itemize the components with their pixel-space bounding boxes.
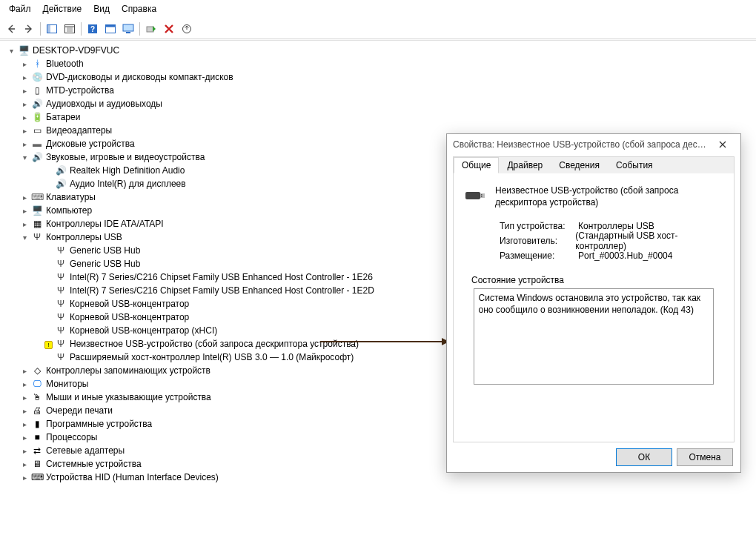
warning-icon: ! bbox=[44, 341, 53, 349]
bluetooth-icon: ᚼ bbox=[31, 58, 43, 70]
svg-rect-17 bbox=[481, 194, 483, 196]
toolbar-back-button[interactable] bbox=[3, 21, 19, 37]
ok-button[interactable]: ОК bbox=[616, 448, 672, 466]
arrow-right-icon bbox=[24, 24, 34, 34]
toolbar-uninstall-button[interactable] bbox=[161, 21, 177, 37]
tree-item-dvd[interactable]: ▸ 💿 DVD-дисководы и дисководы компакт-ди… bbox=[0, 70, 756, 84]
chevron-right-icon[interactable]: ▸ bbox=[19, 72, 30, 82]
chevron-right-icon[interactable]: ▸ bbox=[19, 219, 30, 229]
chevron-right-icon[interactable]: ▸ bbox=[19, 205, 30, 216]
svg-rect-12 bbox=[126, 32, 130, 33]
usb-device-icon: Ψ bbox=[55, 271, 67, 283]
toolbar-help-button[interactable]: ? bbox=[84, 21, 101, 37]
menu-file[interactable]: Файл bbox=[3, 2, 37, 16]
tab-content-general: Неизвестное USB-устройство (сбой запроса… bbox=[454, 173, 734, 442]
disk-icon: ▬ bbox=[31, 138, 43, 150]
chevron-down-icon[interactable]: ▾ bbox=[19, 152, 30, 162]
chevron-right-icon[interactable]: ▸ bbox=[19, 85, 30, 96]
toolbar-update-driver-button[interactable] bbox=[179, 21, 195, 37]
software-device-icon: ▮ bbox=[31, 418, 43, 430]
toolbar-properties-button[interactable] bbox=[62, 21, 78, 37]
cpu-icon: ■ bbox=[31, 431, 43, 443]
value-device-type: Контроллеры USB bbox=[578, 221, 654, 231]
chevron-right-icon[interactable]: ▸ bbox=[19, 139, 30, 149]
tree-item-bluetooth[interactable]: ▸ ᚼ Bluetooth bbox=[0, 57, 756, 70]
battery-icon: 🔋 bbox=[31, 111, 43, 123]
toolbar-divider bbox=[81, 22, 82, 36]
chevron-right-icon[interactable]: ▸ bbox=[19, 99, 30, 109]
dialog-title: Свойства: Неизвестное USB-устройство (сб… bbox=[453, 139, 709, 150]
svg-text:?: ? bbox=[90, 25, 95, 33]
tab-strip: Общие Драйвер Сведения События bbox=[454, 157, 734, 174]
properties-icon bbox=[64, 24, 75, 33]
dialog-body: Общие Драйвер Сведения События Неизвестн… bbox=[453, 156, 735, 442]
toolbar-window-button[interactable] bbox=[102, 21, 119, 37]
device-properties-dialog: Свойства: Неизвестное USB-устройство (сб… bbox=[446, 133, 741, 473]
device-title: Неизвестное USB-устройство (сбой запроса… bbox=[495, 184, 723, 208]
chevron-right-icon[interactable]: ▸ bbox=[19, 472, 30, 482]
tab-events[interactable]: События bbox=[608, 157, 661, 173]
storage-controller-icon: ◇ bbox=[31, 365, 43, 376]
tree-item-audio-io[interactable]: ▸ 🔊 Аудиовходы и аудиовыходы bbox=[0, 97, 756, 110]
dvd-icon: 💿 bbox=[31, 71, 43, 83]
svg-rect-11 bbox=[123, 24, 133, 31]
chevron-right-icon[interactable]: ▸ bbox=[19, 112, 30, 122]
close-icon bbox=[719, 141, 726, 148]
label-manufacturer: Изготовитель: bbox=[500, 236, 575, 246]
toolbar-enable-button[interactable] bbox=[143, 21, 159, 37]
usb-device-icon: Ψ bbox=[55, 311, 67, 323]
toolbar-forward-button[interactable] bbox=[21, 21, 37, 37]
help-icon: ? bbox=[87, 24, 98, 34]
tree-item-batteries[interactable]: ▸ 🔋 Батареи bbox=[0, 110, 756, 124]
usb-icon: Ψ bbox=[31, 231, 43, 243]
mouse-icon: 🖱 bbox=[31, 391, 43, 403]
tab-details[interactable]: Сведения bbox=[551, 157, 608, 173]
chevron-right-icon[interactable]: ▸ bbox=[19, 445, 30, 456]
toolbar: ? bbox=[0, 18, 756, 41]
chevron-down-icon[interactable]: ▾ bbox=[19, 232, 30, 242]
svg-rect-18 bbox=[481, 196, 483, 198]
toolbar-show-hide-button[interactable] bbox=[44, 21, 60, 37]
tree-item-mtd[interactable]: ▸ ▯ MTD-устройства bbox=[0, 84, 756, 97]
system-device-icon: 🖥 bbox=[31, 458, 43, 470]
usb-device-large-icon bbox=[464, 184, 488, 208]
chevron-right-icon[interactable]: ▸ bbox=[19, 59, 30, 69]
dialog-titlebar[interactable]: Свойства: Неизвестное USB-устройство (сб… bbox=[447, 134, 740, 155]
svg-rect-16 bbox=[480, 193, 485, 198]
display-adapter-icon: ▭ bbox=[31, 125, 43, 136]
svg-rect-13 bbox=[147, 27, 153, 32]
label-device-type: Тип устройства: bbox=[500, 221, 578, 231]
label-location: Размещение: bbox=[500, 250, 578, 261]
toolbar-scan-button[interactable] bbox=[120, 21, 136, 37]
svg-rect-10 bbox=[106, 25, 116, 27]
chevron-right-icon[interactable]: ▸ bbox=[19, 419, 30, 429]
menu-action[interactable]: Действие bbox=[37, 2, 88, 16]
chevron-right-icon[interactable]: ▸ bbox=[19, 392, 30, 402]
chevron-right-icon[interactable]: ▸ bbox=[19, 379, 30, 389]
chevron-right-icon[interactable]: ▸ bbox=[19, 405, 30, 416]
chevron-right-icon[interactable]: ▸ bbox=[19, 125, 30, 136]
usb-device-icon: Ψ bbox=[55, 245, 67, 256]
window-icon bbox=[105, 24, 116, 33]
usb-device-icon: Ψ bbox=[55, 351, 67, 363]
svg-rect-2 bbox=[65, 25, 75, 33]
chevron-right-icon[interactable]: ▸ bbox=[19, 192, 30, 202]
dialog-close-button[interactable] bbox=[709, 136, 736, 153]
sound-device-icon: 🔊 bbox=[55, 165, 67, 176]
device-status-textbox[interactable]: Система Windows остановила это устройств… bbox=[474, 288, 714, 385]
usb-device-icon: Ψ bbox=[55, 285, 67, 296]
computer-icon: 🖥️ bbox=[18, 44, 30, 56]
menu-help[interactable]: Справка bbox=[116, 2, 162, 16]
cancel-button[interactable]: Отмена bbox=[677, 448, 733, 466]
chevron-down-icon[interactable]: ▾ bbox=[6, 45, 16, 56]
menu-bar: Файл Действие Вид Справка bbox=[0, 0, 756, 18]
chevron-right-icon[interactable]: ▸ bbox=[19, 432, 30, 442]
chevron-right-icon[interactable]: ▸ bbox=[19, 459, 30, 469]
menu-view[interactable]: Вид bbox=[87, 2, 116, 16]
value-manufacturer: (Стандартный USB хост-контроллер) bbox=[575, 230, 723, 251]
tab-driver[interactable]: Драйвер bbox=[499, 157, 551, 173]
tree-root[interactable]: ▾ 🖥️ DESKTOP-VD9FVUC bbox=[0, 44, 756, 57]
printer-icon: 🖨 bbox=[31, 405, 43, 416]
tab-general[interactable]: Общие bbox=[454, 157, 499, 173]
chevron-right-icon[interactable]: ▸ bbox=[19, 365, 30, 376]
